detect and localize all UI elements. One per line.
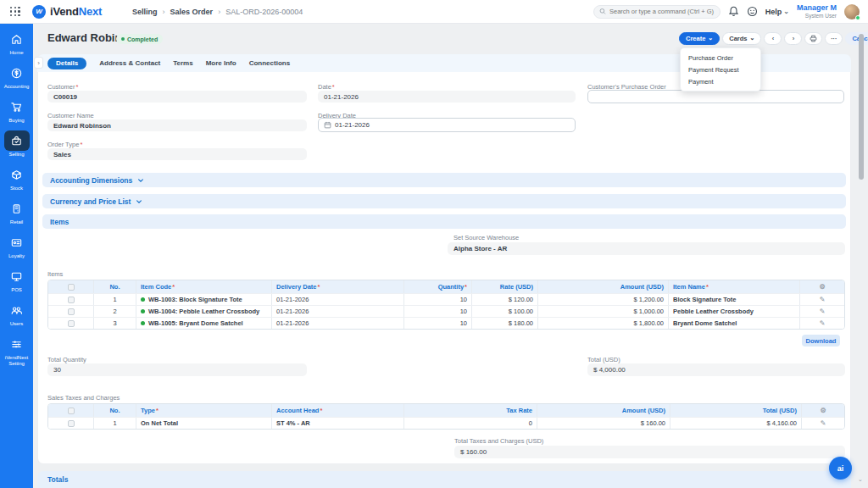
download-button[interactable]: Download (802, 335, 840, 347)
select-all-checkbox[interactable] (68, 284, 75, 291)
chevron-down-icon: ⌄ (750, 36, 755, 39)
selling-bag-icon (10, 135, 23, 147)
more-options-button[interactable]: ··· (825, 32, 843, 45)
help-menu[interactable]: Help ⌄ (765, 8, 789, 16)
header-actions: Create ⌄ Cards ⌄ ‹ › ··· Cancel (679, 32, 868, 45)
tab-connections[interactable]: Connections (249, 59, 290, 67)
next-doc-button[interactable]: › (784, 32, 802, 45)
scroll-down-arrow-icon[interactable]: ⌄ (858, 476, 863, 483)
table-row[interactable]: 2 WB-1004: Pebble Leather Crossbody 01-2… (48, 305, 844, 317)
sidebar-toggle-chevron[interactable]: › (34, 57, 43, 69)
row-checkbox[interactable] (68, 297, 75, 303)
user-menu[interactable]: Manager M System User (797, 4, 837, 19)
date-field: 01-21-2026 (318, 91, 576, 103)
status-badge: Completed (116, 34, 163, 44)
sidebar-item-loyalty[interactable]: Loyalty (0, 232, 33, 266)
search-icon (599, 8, 606, 15)
sidebar-item-stock[interactable]: Stock (0, 164, 33, 198)
menu-item-payment[interactable]: Payment (681, 75, 760, 87)
select-all-checkbox[interactable] (68, 408, 75, 414)
edit-row-icon[interactable]: ✎ (821, 419, 826, 427)
breadcrumb-sales-order[interactable]: Sales Order (170, 8, 214, 16)
sidebar-item-ivendnext-setting[interactable]: iVendNext Setting (0, 334, 33, 373)
apps-grid-icon[interactable] (10, 7, 20, 17)
cards-button[interactable]: Cards ⌄ (722, 32, 761, 45)
buying-cart-icon (10, 101, 23, 114)
table-row[interactable]: 1 WB-1003: Block Signature Tote 01-21-20… (48, 293, 844, 305)
col-quantity: Quantity* (404, 280, 472, 293)
col-type: Type* (136, 404, 272, 417)
date-label: Date* (318, 83, 335, 91)
table-row[interactable]: 3 WB-1005: Bryant Dome Satchel 01-21-202… (48, 317, 844, 329)
customer-po-input[interactable] (593, 93, 838, 101)
printer-icon (810, 35, 817, 42)
row-checkbox[interactable] (68, 320, 75, 327)
row-checkbox[interactable] (68, 420, 75, 427)
stock-available-dot (141, 297, 145, 302)
breadcrumb-current-doc: SAL-ORD-2026-00004 (225, 8, 303, 16)
table-row[interactable]: 1 On Net Total ST 4% - AR 0 $ 160.00 $ 4… (48, 417, 844, 429)
breadcrumb: Selling › Sales Order › SAL-ORD-2026-000… (132, 8, 303, 16)
sidebar-item-pos[interactable]: POS (0, 266, 33, 300)
ellipsis-icon: ··· (831, 35, 837, 42)
section-accounting-dimensions[interactable]: Accounting Dimensions (42, 173, 846, 187)
breadcrumb-selling[interactable]: Selling (132, 8, 158, 16)
sidebar: Home Accounting Buying Selling Stock Ret… (0, 24, 33, 488)
col-item-name: Item Name* (669, 280, 800, 293)
topbar: W iVendNext Selling › Sales Order › SAL-… (0, 0, 868, 24)
menu-item-payment-request[interactable]: Payment Request (681, 64, 760, 75)
sidebar-item-buying[interactable]: Buying (0, 97, 33, 130)
user-role: System User (797, 13, 837, 19)
home-icon (10, 33, 23, 46)
tab-more-info[interactable]: More Info (206, 59, 236, 67)
sidebar-item-selling[interactable]: Selling (0, 130, 33, 164)
col-delivery-date: Delivery Date* (272, 280, 404, 293)
taxes-grid-label: Sales Taxes and Charges (47, 394, 120, 402)
order-type-field: Sales (47, 148, 307, 160)
edit-row-icon[interactable]: ✎ (820, 319, 826, 327)
items-table-header: No. Item Code* Delivery Date* Quantity* … (48, 280, 844, 293)
sidebar-item-accounting[interactable]: Accounting (0, 63, 33, 97)
prev-doc-button[interactable]: ‹ (764, 32, 782, 45)
global-search[interactable] (593, 5, 721, 19)
row-checkbox[interactable] (68, 308, 75, 315)
logo-text: iVendNext (50, 5, 102, 18)
delivery-date-input[interactable]: 01-21-2026 (318, 118, 576, 132)
vertical-scrollbar-thumb[interactable] (859, 34, 864, 180)
cancel-button[interactable]: Cancel (845, 32, 868, 45)
users-icon (10, 304, 23, 317)
search-input[interactable] (609, 8, 715, 15)
chevron-down-icon: ⌄ (783, 10, 789, 14)
customer-field: C00019 (47, 91, 307, 103)
notifications-bell-icon[interactable] (728, 6, 739, 17)
customer-name-field: Edward Robinson (47, 119, 307, 131)
col-item-code: Item Code* (136, 280, 272, 293)
grid-settings-gear-icon[interactable]: ⚙ (820, 407, 826, 414)
section-currency-price-list[interactable]: Currency and Price List (42, 194, 846, 208)
app-logo[interactable]: W iVendNext (32, 5, 102, 19)
breadcrumb-separator: › (163, 8, 165, 16)
stock-available-dot (141, 309, 145, 313)
ai-assistant-button[interactable]: ai (829, 457, 852, 480)
avatar[interactable] (844, 4, 860, 19)
edit-row-icon[interactable]: ✎ (820, 296, 826, 303)
create-button[interactable]: Create ⌄ (679, 32, 720, 45)
sidebar-item-users[interactable]: Users (0, 300, 33, 334)
sidebar-item-retail[interactable]: Retail (0, 198, 33, 232)
section-items[interactable]: Items (42, 214, 846, 229)
edit-row-icon[interactable]: ✎ (820, 308, 826, 315)
feedback-smiley-icon[interactable] (747, 6, 758, 17)
grid-settings-gear-icon[interactable]: ⚙ (819, 283, 825, 291)
total-taxes-field: $ 160.00 (454, 446, 845, 458)
section-totals[interactable]: Totals (37, 471, 851, 488)
sidebar-item-home[interactable]: Home (0, 29, 33, 63)
customer-po-input-wrap (587, 90, 844, 103)
tab-details[interactable]: Details (47, 58, 86, 69)
tab-terms[interactable]: Terms (173, 59, 192, 67)
print-button[interactable] (804, 32, 822, 45)
breadcrumb-separator: › (218, 8, 220, 16)
menu-item-purchase-order[interactable]: Purchase Order (681, 52, 760, 64)
online-status-dot (855, 15, 860, 20)
col-no: No. (94, 404, 136, 417)
tab-address-contact[interactable]: Address & Contact (99, 59, 160, 67)
